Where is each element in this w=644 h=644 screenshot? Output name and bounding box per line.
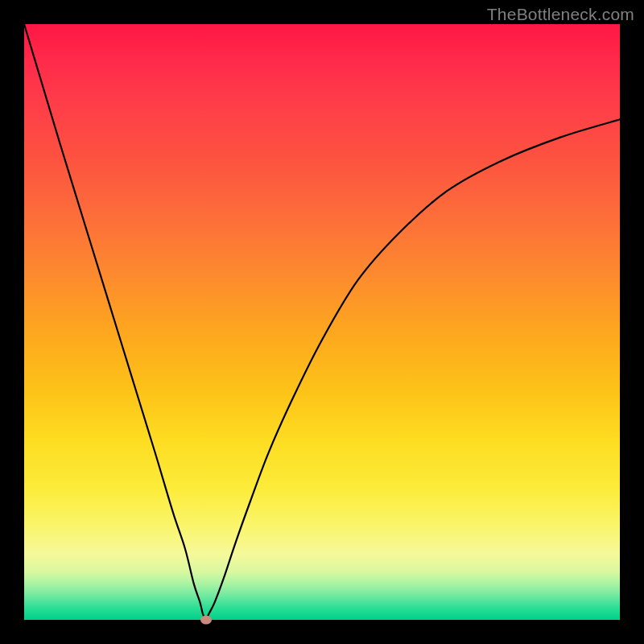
watermark-label: TheBottleneck.com xyxy=(487,5,634,24)
chart-frame: TheBottleneck.com xyxy=(0,0,644,644)
minimum-marker xyxy=(200,616,212,625)
bottleneck-curve xyxy=(24,24,620,620)
curve-path xyxy=(24,24,620,620)
